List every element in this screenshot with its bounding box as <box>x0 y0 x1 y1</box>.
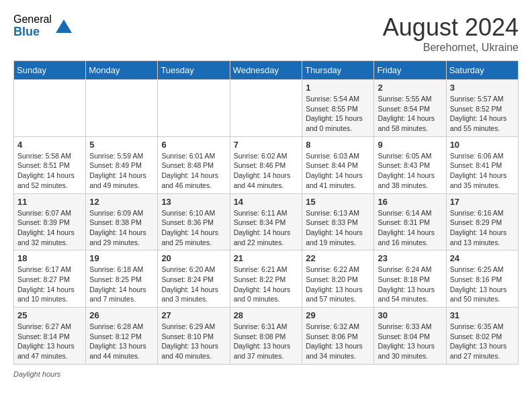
calendar-cell: 27Sunrise: 6:29 AMSunset: 8:10 PMDayligh… <box>158 308 230 365</box>
day-number: 20 <box>161 253 226 263</box>
calendar-cell: 28Sunrise: 6:31 AMSunset: 8:08 PMDayligh… <box>230 308 302 365</box>
col-thursday: Thursday <box>302 61 374 80</box>
calendar-cell: 16Sunrise: 6:14 AMSunset: 8:31 PMDayligh… <box>374 193 446 250</box>
logo-icon <box>54 17 73 36</box>
day-info: Sunrise: 6:18 AMSunset: 8:25 PMDaylight:… <box>89 265 154 304</box>
day-info: Sunrise: 6:33 AMSunset: 8:04 PMDaylight:… <box>378 322 442 361</box>
calendar-cell: 10Sunrise: 6:06 AMSunset: 8:41 PMDayligh… <box>446 136 518 193</box>
day-info: Sunrise: 5:54 AMSunset: 8:55 PMDaylight:… <box>306 94 370 134</box>
day-info: Sunrise: 6:17 AMSunset: 8:27 PMDaylight:… <box>17 265 82 304</box>
day-info: Sunrise: 6:05 AMSunset: 8:43 PMDaylight:… <box>378 151 442 191</box>
day-info: Sunrise: 6:03 AMSunset: 8:44 PMDaylight:… <box>306 151 370 191</box>
day-info: Sunrise: 6:06 AMSunset: 8:41 PMDaylight:… <box>450 151 515 191</box>
day-info: Sunrise: 5:55 AMSunset: 8:54 PMDaylight:… <box>378 94 442 134</box>
calendar-cell: 22Sunrise: 6:22 AMSunset: 8:20 PMDayligh… <box>302 250 374 308</box>
calendar-cell: 9Sunrise: 6:05 AMSunset: 8:43 PMDaylight… <box>374 136 446 193</box>
day-number: 30 <box>378 310 442 320</box>
day-number: 5 <box>89 140 154 150</box>
calendar-cell: 23Sunrise: 6:24 AMSunset: 8:18 PMDayligh… <box>374 250 446 308</box>
calendar: Sunday Monday Tuesday Wednesday Thursday… <box>13 60 519 365</box>
calendar-week-5: 25Sunrise: 6:27 AMSunset: 8:14 PMDayligh… <box>14 308 519 365</box>
col-tuesday: Tuesday <box>158 61 230 80</box>
footer-note: Daylight hours <box>13 370 519 378</box>
calendar-header-row: Sunday Monday Tuesday Wednesday Thursday… <box>14 61 519 80</box>
day-number: 27 <box>161 310 226 320</box>
day-info: Sunrise: 5:59 AMSunset: 8:49 PMDaylight:… <box>89 151 154 191</box>
day-number: 17 <box>450 197 515 207</box>
day-number: 6 <box>161 140 226 150</box>
page-header: General Blue August 2024 Berehomet, Ukra… <box>13 13 519 54</box>
day-number: 2 <box>378 83 442 93</box>
day-info: Sunrise: 6:24 AMSunset: 8:18 PMDaylight:… <box>378 265 442 304</box>
day-number: 21 <box>234 253 299 263</box>
day-info: Sunrise: 6:11 AMSunset: 8:34 PMDaylight:… <box>234 208 299 248</box>
location: Berehomet, Ukraine <box>383 42 519 54</box>
calendar-cell: 6Sunrise: 6:01 AMSunset: 8:48 PMDaylight… <box>158 136 230 193</box>
calendar-cell: 26Sunrise: 6:28 AMSunset: 8:12 PMDayligh… <box>86 308 158 365</box>
day-info: Sunrise: 6:32 AMSunset: 8:06 PMDaylight:… <box>306 322 370 361</box>
day-number: 23 <box>378 253 442 263</box>
month-year: August 2024 <box>383 13 519 42</box>
day-number: 19 <box>89 253 154 263</box>
calendar-cell: 19Sunrise: 6:18 AMSunset: 8:25 PMDayligh… <box>86 250 158 308</box>
logo-text: General Blue <box>13 13 52 38</box>
logo-general: General <box>13 13 52 26</box>
day-number: 22 <box>306 253 370 263</box>
day-info: Sunrise: 6:27 AMSunset: 8:14 PMDaylight:… <box>17 322 82 361</box>
day-info: Sunrise: 6:25 AMSunset: 8:16 PMDaylight:… <box>450 265 515 304</box>
calendar-cell: 13Sunrise: 6:10 AMSunset: 8:36 PMDayligh… <box>158 193 230 250</box>
calendar-cell <box>158 80 230 137</box>
day-info: Sunrise: 6:14 AMSunset: 8:31 PMDaylight:… <box>378 208 442 248</box>
calendar-week-3: 11Sunrise: 6:07 AMSunset: 8:39 PMDayligh… <box>14 193 519 250</box>
day-number: 11 <box>17 197 82 207</box>
col-sunday: Sunday <box>14 61 86 80</box>
day-number: 24 <box>450 253 515 263</box>
title-block: August 2024 Berehomet, Ukraine <box>383 13 519 54</box>
day-info: Sunrise: 6:31 AMSunset: 8:08 PMDaylight:… <box>234 322 299 361</box>
day-info: Sunrise: 6:20 AMSunset: 8:24 PMDaylight:… <box>161 265 226 304</box>
day-info: Sunrise: 6:28 AMSunset: 8:12 PMDaylight:… <box>89 322 154 361</box>
day-number: 18 <box>17 253 82 263</box>
day-info: Sunrise: 5:58 AMSunset: 8:51 PMDaylight:… <box>17 151 82 191</box>
calendar-cell: 25Sunrise: 6:27 AMSunset: 8:14 PMDayligh… <box>14 308 86 365</box>
day-info: Sunrise: 6:10 AMSunset: 8:36 PMDaylight:… <box>161 208 226 248</box>
day-number: 25 <box>17 310 82 320</box>
day-number: 26 <box>89 310 154 320</box>
calendar-cell: 1Sunrise: 5:54 AMSunset: 8:55 PMDaylight… <box>302 80 374 137</box>
calendar-cell: 2Sunrise: 5:55 AMSunset: 8:54 PMDaylight… <box>374 80 446 137</box>
calendar-cell: 15Sunrise: 6:13 AMSunset: 8:33 PMDayligh… <box>302 193 374 250</box>
day-info: Sunrise: 6:22 AMSunset: 8:20 PMDaylight:… <box>306 265 370 304</box>
day-number: 16 <box>378 197 442 207</box>
col-monday: Monday <box>86 61 158 80</box>
calendar-cell: 18Sunrise: 6:17 AMSunset: 8:27 PMDayligh… <box>14 250 86 308</box>
day-info: Sunrise: 6:13 AMSunset: 8:33 PMDaylight:… <box>306 208 370 248</box>
day-info: Sunrise: 6:02 AMSunset: 8:46 PMDaylight:… <box>234 151 299 191</box>
calendar-week-4: 18Sunrise: 6:17 AMSunset: 8:27 PMDayligh… <box>14 250 519 308</box>
day-number: 14 <box>234 197 299 207</box>
calendar-cell: 31Sunrise: 6:35 AMSunset: 8:02 PMDayligh… <box>446 308 518 365</box>
calendar-cell: 11Sunrise: 6:07 AMSunset: 8:39 PMDayligh… <box>14 193 86 250</box>
day-number: 15 <box>306 197 370 207</box>
calendar-cell: 4Sunrise: 5:58 AMSunset: 8:51 PMDaylight… <box>14 136 86 193</box>
calendar-cell: 7Sunrise: 6:02 AMSunset: 8:46 PMDaylight… <box>230 136 302 193</box>
calendar-cell: 24Sunrise: 6:25 AMSunset: 8:16 PMDayligh… <box>446 250 518 308</box>
daylight-label: Daylight hours <box>13 370 60 378</box>
logo: General Blue <box>13 13 73 38</box>
calendar-cell: 14Sunrise: 6:11 AMSunset: 8:34 PMDayligh… <box>230 193 302 250</box>
day-number: 28 <box>234 310 299 320</box>
day-info: Sunrise: 6:07 AMSunset: 8:39 PMDaylight:… <box>17 208 82 248</box>
day-info: Sunrise: 6:01 AMSunset: 8:48 PMDaylight:… <box>161 151 226 191</box>
day-info: Sunrise: 6:09 AMSunset: 8:38 PMDaylight:… <box>89 208 154 248</box>
day-number: 8 <box>306 140 370 150</box>
calendar-cell <box>230 80 302 137</box>
day-info: Sunrise: 6:16 AMSunset: 8:29 PMDaylight:… <box>450 208 515 248</box>
day-number: 10 <box>450 140 515 150</box>
calendar-week-1: 1Sunrise: 5:54 AMSunset: 8:55 PMDaylight… <box>14 80 519 137</box>
day-info: Sunrise: 6:35 AMSunset: 8:02 PMDaylight:… <box>450 322 515 361</box>
day-info: Sunrise: 6:21 AMSunset: 8:22 PMDaylight:… <box>234 265 299 304</box>
calendar-week-2: 4Sunrise: 5:58 AMSunset: 8:51 PMDaylight… <box>14 136 519 193</box>
logo-blue: Blue <box>13 26 52 39</box>
col-saturday: Saturday <box>446 61 518 80</box>
svg-marker-0 <box>56 19 72 33</box>
calendar-cell: 3Sunrise: 5:57 AMSunset: 8:52 PMDaylight… <box>446 80 518 137</box>
